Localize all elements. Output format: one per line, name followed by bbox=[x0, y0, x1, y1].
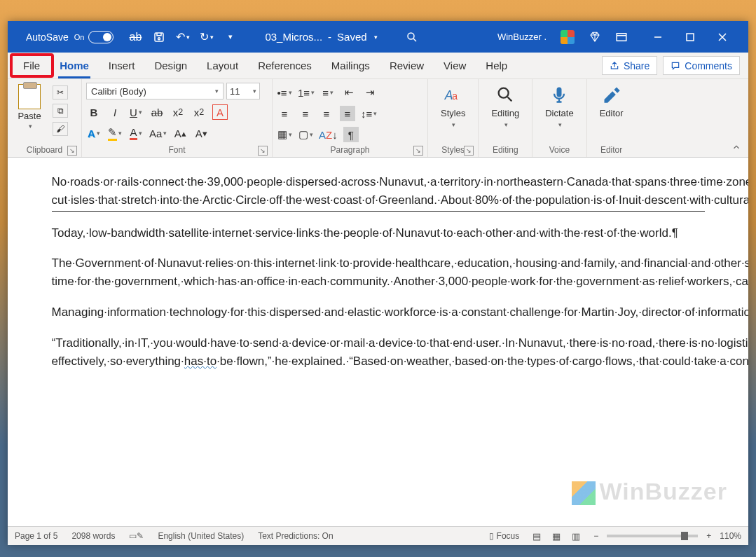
ribbon-mode-icon[interactable] bbox=[615, 31, 628, 43]
bold-button[interactable]: B bbox=[86, 104, 102, 120]
statusbar: Page 1 of 5 2098 words ▭✎ English (Unite… bbox=[8, 526, 748, 545]
tab-references[interactable]: References bbox=[248, 53, 322, 78]
increase-indent-button[interactable]: ⇥ bbox=[362, 85, 378, 100]
zoom-level[interactable]: 110% bbox=[720, 531, 741, 541]
paragraph-5[interactable]: “Traditionally,·in·IT,·you·would·have·to… bbox=[52, 334, 705, 371]
zoom-out-button[interactable]: − bbox=[593, 531, 598, 541]
cut-button[interactable]: ✂ bbox=[53, 85, 68, 99]
toggle-switch[interactable] bbox=[88, 31, 114, 43]
font-family-select[interactable]: Calibri (Body)▾ bbox=[86, 83, 224, 99]
tab-view[interactable]: View bbox=[434, 53, 476, 78]
clear-format-button[interactable]: A bbox=[212, 104, 228, 120]
share-button[interactable]: Share bbox=[602, 56, 657, 75]
minimize-button[interactable] bbox=[642, 23, 674, 51]
copy-button[interactable]: ⧉ bbox=[53, 104, 68, 118]
justify-button[interactable]: ≡ bbox=[340, 106, 355, 121]
spellcheck-icon[interactable]: ▭✎ bbox=[129, 531, 144, 541]
align-left-button[interactable]: ≡ bbox=[277, 106, 292, 121]
strike-button[interactable]: ab bbox=[149, 104, 165, 120]
paragraph-3[interactable]: The·Government·of·Nunavut·relies·on·this… bbox=[52, 254, 705, 291]
dictate-button[interactable]: Dictate▾ bbox=[537, 81, 582, 128]
decrease-indent-button[interactable]: ⇤ bbox=[341, 85, 357, 100]
highlight-button[interactable]: ✎▾ bbox=[107, 125, 123, 141]
align-center-button[interactable]: ≡ bbox=[298, 106, 313, 121]
superscript-button[interactable]: x2 bbox=[191, 104, 207, 120]
strikethrough-icon[interactable]: ab bbox=[129, 31, 142, 43]
web-layout-button[interactable]: ▥ bbox=[567, 529, 585, 543]
autosave-toggle[interactable]: AutoSave On bbox=[26, 31, 114, 43]
page-content: No·roads·or·rails·connect·the·39,000·peo… bbox=[42, 158, 715, 411]
diamond-icon[interactable] bbox=[589, 31, 601, 43]
maximize-button[interactable] bbox=[674, 23, 706, 51]
doc-name: 03_Micros... bbox=[265, 31, 322, 43]
font-launcher[interactable]: ↘ bbox=[258, 146, 268, 156]
tab-design[interactable]: Design bbox=[144, 53, 197, 78]
document-area[interactable]: No·roads·or·rails·connect·the·39,000·peo… bbox=[8, 158, 748, 526]
tab-layout[interactable]: Layout bbox=[197, 53, 248, 78]
read-mode-button[interactable]: ▤ bbox=[528, 529, 546, 543]
shrink-font-button[interactable]: A▾ bbox=[193, 125, 209, 141]
comments-button[interactable]: Comments bbox=[663, 56, 740, 75]
user-avatar[interactable] bbox=[561, 30, 575, 44]
shading-button[interactable]: ▦▾ bbox=[277, 127, 292, 142]
paragraph-2[interactable]: Today,·low-bandwidth·satellite·internet·… bbox=[52, 224, 705, 242]
clipboard-launcher[interactable]: ↘ bbox=[67, 146, 77, 156]
multilevel-button[interactable]: ≡▾ bbox=[320, 85, 336, 100]
italic-button[interactable]: I bbox=[107, 104, 123, 120]
align-right-button[interactable]: ≡ bbox=[319, 106, 334, 121]
watermark: WinBuzzer bbox=[572, 478, 727, 505]
editor-button[interactable]: Editor bbox=[591, 81, 632, 118]
grow-font-button[interactable]: A▴ bbox=[172, 125, 188, 141]
status-predictions[interactable]: Text Predictions: On bbox=[258, 531, 333, 541]
paragraph-4[interactable]: Managing·information·technology·for·this… bbox=[52, 303, 705, 322]
font-color-button[interactable]: A▾ bbox=[128, 125, 144, 141]
ribbon: Paste ▾ ✂ ⧉ 🖌 Clipboard↘ Calibri (Body)▾ bbox=[8, 79, 748, 158]
save-icon[interactable] bbox=[153, 31, 165, 43]
grammar-squiggle[interactable]: has·to bbox=[184, 355, 217, 368]
tab-mailings[interactable]: Mailings bbox=[322, 53, 380, 78]
search-icon[interactable] bbox=[406, 31, 418, 43]
underline-button[interactable]: U▾ bbox=[128, 104, 144, 120]
tab-home[interactable]: Home bbox=[50, 53, 99, 78]
change-case-button[interactable]: Aa▾ bbox=[149, 125, 167, 141]
text-effects-button[interactable]: A▾ bbox=[86, 125, 102, 141]
zoom-slider[interactable] bbox=[607, 535, 698, 537]
collapse-ribbon-button[interactable] bbox=[724, 139, 748, 157]
styles-launcher[interactable]: ↘ bbox=[464, 146, 474, 156]
group-clipboard: Paste ▾ ✂ ⧉ 🖌 Clipboard↘ bbox=[8, 79, 82, 157]
save-state: Saved bbox=[337, 31, 367, 43]
tab-insert[interactable]: Insert bbox=[99, 53, 145, 78]
svg-rect-4 bbox=[687, 34, 694, 41]
status-language[interactable]: English (United States) bbox=[158, 531, 244, 541]
editing-button[interactable]: Editing▾ bbox=[483, 81, 528, 128]
redo-icon[interactable]: ↻▾ bbox=[200, 31, 213, 43]
tab-review[interactable]: Review bbox=[380, 53, 434, 78]
print-layout-button[interactable]: ▦ bbox=[547, 529, 565, 543]
zoom-in-button[interactable]: + bbox=[706, 531, 711, 541]
font-size-select[interactable]: 11▾ bbox=[226, 83, 260, 99]
borders-button[interactable]: ▢▾ bbox=[298, 127, 313, 142]
status-words[interactable]: 2098 words bbox=[71, 531, 115, 541]
svg-point-2 bbox=[408, 33, 414, 39]
paragraph-launcher[interactable]: ↘ bbox=[413, 146, 423, 156]
user-name[interactable]: WinBuzzer . bbox=[497, 32, 547, 42]
sort-button[interactable]: AZ↓ bbox=[319, 127, 338, 142]
qat-more-icon[interactable]: ▾ bbox=[224, 31, 237, 43]
line-spacing-button[interactable]: ↕≡▾ bbox=[361, 106, 377, 121]
status-page[interactable]: Page 1 of 5 bbox=[15, 531, 57, 541]
bullets-button[interactable]: •≡▾ bbox=[277, 85, 292, 100]
numbering-button[interactable]: 1≡▾ bbox=[298, 85, 315, 100]
format-painter-button[interactable]: 🖌 bbox=[53, 122, 68, 136]
paragraph-1[interactable]: No·roads·or·rails·connect·the·39,000·peo… bbox=[52, 173, 705, 212]
undo-icon[interactable]: ↶▾ bbox=[177, 31, 189, 43]
show-marks-button[interactable]: ¶ bbox=[343, 127, 359, 142]
tab-help[interactable]: Help bbox=[476, 53, 517, 78]
subscript-button[interactable]: x2 bbox=[170, 104, 186, 120]
autosave-state: On bbox=[74, 33, 85, 41]
tab-file[interactable]: File bbox=[13, 53, 50, 78]
styles-button[interactable]: Aa Styles▾ bbox=[432, 81, 474, 128]
focus-button[interactable]: ▯Focus bbox=[489, 531, 520, 541]
paste-button[interactable]: Paste ▾ bbox=[12, 81, 47, 130]
close-button[interactable] bbox=[706, 23, 738, 51]
group-editor: Editor Editor bbox=[587, 79, 636, 157]
